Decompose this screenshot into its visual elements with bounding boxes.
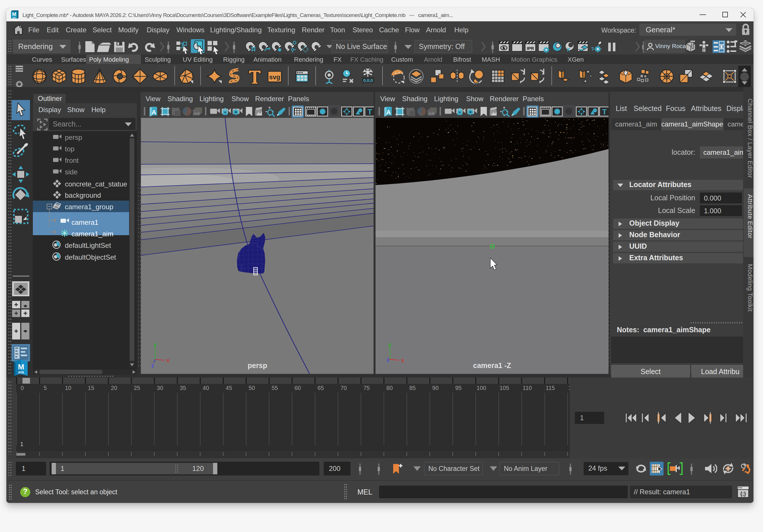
- svg-text:camera1: camera1: [71, 218, 98, 226]
- svg-text:90: 90: [432, 385, 439, 391]
- svg-text:40: 40: [203, 385, 209, 391]
- svg-text:front: front: [65, 157, 79, 164]
- svg-text:side: side: [65, 168, 77, 176]
- svg-text:80: 80: [386, 385, 392, 391]
- svg-text:85: 85: [409, 385, 416, 391]
- svg-text:y: y: [388, 342, 392, 348]
- svg-text:T: T: [602, 107, 607, 116]
- svg-text:120: 120: [569, 385, 578, 391]
- svg-text:60: 60: [294, 385, 301, 391]
- svg-text:50: 50: [249, 385, 255, 391]
- svg-text:x: x: [166, 357, 169, 364]
- svg-text:110: 110: [523, 385, 532, 391]
- svg-text:M: M: [18, 363, 24, 371]
- svg-text:25: 25: [134, 385, 140, 391]
- svg-text:x: x: [567, 46, 571, 53]
- svg-text:75: 75: [364, 385, 370, 391]
- svg-text:persp: persp: [65, 134, 82, 141]
- svg-text:35: 35: [179, 385, 186, 391]
- svg-text:65: 65: [317, 385, 324, 391]
- svg-text:70: 70: [340, 385, 347, 391]
- svg-text:camera1_aim: camera1_aim: [71, 230, 113, 238]
- svg-text:T: T: [368, 107, 372, 116]
- svg-text:z: z: [151, 362, 154, 369]
- svg-text:camera1_group: camera1_group: [65, 203, 113, 211]
- svg-text:0: 0: [21, 385, 24, 391]
- svg-text:A: A: [152, 109, 156, 116]
- svg-text:55: 55: [272, 385, 278, 391]
- svg-text:45: 45: [226, 385, 232, 391]
- svg-text:IPR: IPR: [527, 46, 534, 51]
- svg-text:concrete_cat_statue: concrete_cat_statue: [65, 180, 127, 188]
- svg-text:M: M: [12, 12, 16, 17]
- svg-text:A: A: [386, 109, 391, 116]
- svg-text:115: 115: [546, 385, 555, 391]
- svg-text:persp: persp: [248, 362, 267, 370]
- svg-text:defaultLightSet: defaultLightSet: [65, 242, 111, 249]
- svg-text:y: y: [154, 342, 157, 348]
- svg-text:105: 105: [499, 385, 509, 391]
- svg-text:AYA: AYA: [12, 17, 16, 19]
- svg-text:camera1 -Z: camera1 -Z: [473, 362, 511, 370]
- svg-text:30: 30: [157, 385, 163, 391]
- svg-text:x: x: [401, 357, 404, 364]
- svg-text:defaultObjectSet: defaultObjectSet: [65, 253, 116, 261]
- svg-text:AYA: AYA: [18, 371, 24, 374]
- svg-text:15: 15: [88, 385, 94, 391]
- svg-text:20: 20: [111, 385, 117, 391]
- svg-text:95: 95: [455, 385, 462, 391]
- svg-text:5: 5: [44, 385, 47, 391]
- svg-text:background: background: [65, 191, 101, 199]
- svg-text:{;}: {;}: [740, 491, 746, 496]
- svg-text:1: 1: [20, 441, 23, 447]
- svg-text:100: 100: [477, 385, 486, 391]
- svg-text:top: top: [65, 145, 74, 153]
- svg-text:10: 10: [65, 385, 71, 391]
